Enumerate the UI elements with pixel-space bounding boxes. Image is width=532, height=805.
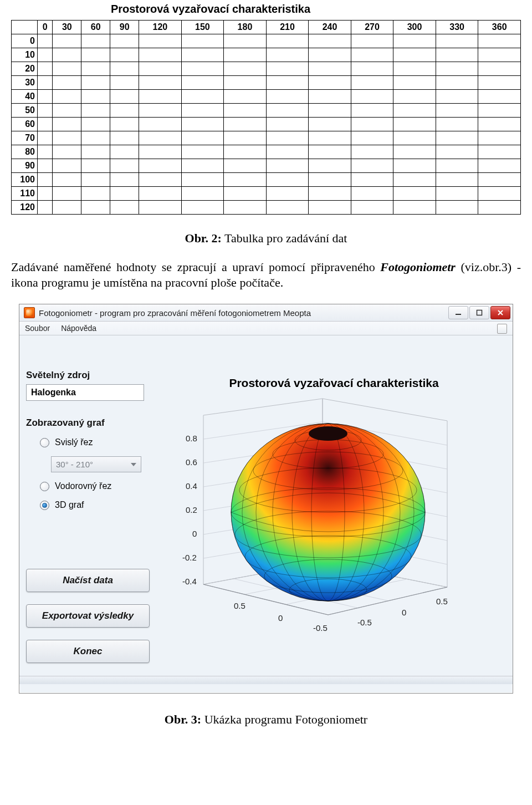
table-cell[interactable] — [38, 145, 53, 159]
table-cell[interactable] — [181, 201, 224, 215]
table-cell[interactable] — [266, 187, 309, 201]
table-cell[interactable] — [309, 118, 351, 131]
table-cell[interactable] — [224, 48, 267, 62]
table-cell[interactable] — [38, 187, 53, 201]
table-cell[interactable] — [139, 76, 182, 90]
table-cell[interactable] — [181, 34, 224, 48]
table-cell[interactable] — [393, 131, 436, 145]
table-cell[interactable] — [436, 173, 478, 187]
table-cell[interactable] — [181, 76, 224, 90]
table-cell[interactable] — [478, 62, 521, 76]
table-cell[interactable] — [393, 118, 436, 131]
table-cell[interactable] — [478, 34, 521, 48]
radio-svisly-rez[interactable]: Svislý řez — [40, 437, 156, 447]
table-cell[interactable] — [266, 201, 309, 215]
table-cell[interactable] — [224, 104, 267, 118]
table-cell[interactable] — [309, 48, 351, 62]
table-cell[interactable] — [139, 173, 182, 187]
table-cell[interactable] — [351, 62, 393, 76]
table-cell[interactable] — [81, 76, 110, 90]
table-cell[interactable] — [181, 173, 224, 187]
table-cell[interactable] — [478, 145, 521, 159]
table-cell[interactable] — [393, 201, 436, 215]
table-cell[interactable] — [110, 187, 139, 201]
table-cell[interactable] — [139, 48, 182, 62]
table-cell[interactable] — [81, 90, 110, 104]
table-cell[interactable] — [53, 131, 81, 145]
table-cell[interactable] — [393, 159, 436, 173]
table-cell[interactable] — [110, 90, 139, 104]
table-cell[interactable] — [81, 159, 110, 173]
table-cell[interactable] — [81, 48, 110, 62]
table-cell[interactable] — [139, 187, 182, 201]
table-cell[interactable] — [393, 48, 436, 62]
table-cell[interactable] — [478, 104, 521, 118]
table-cell[interactable] — [38, 76, 53, 90]
table-cell[interactable] — [351, 90, 393, 104]
table-cell[interactable] — [436, 104, 478, 118]
table-cell[interactable] — [309, 34, 351, 48]
table-cell[interactable] — [478, 48, 521, 62]
menubar-right-icon[interactable] — [497, 324, 507, 334]
table-cell[interactable] — [309, 104, 351, 118]
table-cell[interactable] — [266, 104, 309, 118]
table-cell[interactable] — [81, 131, 110, 145]
table-cell[interactable] — [266, 76, 309, 90]
table-cell[interactable] — [110, 62, 139, 76]
table-cell[interactable] — [139, 34, 182, 48]
table-cell[interactable] — [478, 118, 521, 131]
table-cell[interactable] — [53, 76, 81, 90]
table-cell[interactable] — [393, 90, 436, 104]
table-cell[interactable] — [81, 104, 110, 118]
table-cell[interactable] — [351, 159, 393, 173]
table-cell[interactable] — [309, 90, 351, 104]
table-cell[interactable] — [436, 131, 478, 145]
table-cell[interactable] — [110, 131, 139, 145]
table-cell[interactable] — [478, 173, 521, 187]
table-cell[interactable] — [110, 118, 139, 131]
light-source-input[interactable]: Halogenka — [26, 384, 144, 401]
table-cell[interactable] — [53, 104, 81, 118]
table-cell[interactable] — [436, 118, 478, 131]
table-cell[interactable] — [393, 145, 436, 159]
table-cell[interactable] — [436, 76, 478, 90]
table-cell[interactable] — [478, 159, 521, 173]
table-cell[interactable] — [351, 145, 393, 159]
table-cell[interactable] — [38, 131, 53, 145]
table-cell[interactable] — [393, 34, 436, 48]
table-cell[interactable] — [478, 187, 521, 201]
table-cell[interactable] — [53, 159, 81, 173]
table-cell[interactable] — [351, 173, 393, 187]
table-cell[interactable] — [393, 187, 436, 201]
table-cell[interactable] — [181, 118, 224, 131]
table-cell[interactable] — [224, 187, 267, 201]
table-cell[interactable] — [38, 34, 53, 48]
table-cell[interactable] — [224, 90, 267, 104]
table-cell[interactable] — [309, 173, 351, 187]
table-cell[interactable] — [309, 201, 351, 215]
menu-soubor[interactable]: Soubor — [25, 324, 50, 333]
table-cell[interactable] — [351, 104, 393, 118]
table-cell[interactable] — [53, 62, 81, 76]
table-cell[interactable] — [110, 173, 139, 187]
table-cell[interactable] — [110, 104, 139, 118]
table-cell[interactable] — [266, 90, 309, 104]
table-cell[interactable] — [478, 90, 521, 104]
table-cell[interactable] — [224, 173, 267, 187]
table-cell[interactable] — [53, 34, 81, 48]
table-cell[interactable] — [139, 131, 182, 145]
table-cell[interactable] — [436, 48, 478, 62]
table-cell[interactable] — [81, 187, 110, 201]
table-cell[interactable] — [436, 159, 478, 173]
table-cell[interactable] — [436, 145, 478, 159]
table-cell[interactable] — [436, 62, 478, 76]
angle-range-combo[interactable]: 30° - 210° — [51, 456, 141, 472]
table-cell[interactable] — [224, 76, 267, 90]
table-cell[interactable] — [38, 159, 53, 173]
table-cell[interactable] — [224, 201, 267, 215]
table-cell[interactable] — [53, 145, 81, 159]
table-cell[interactable] — [393, 76, 436, 90]
table-cell[interactable] — [309, 131, 351, 145]
table-cell[interactable] — [181, 159, 224, 173]
table-cell[interactable] — [436, 90, 478, 104]
